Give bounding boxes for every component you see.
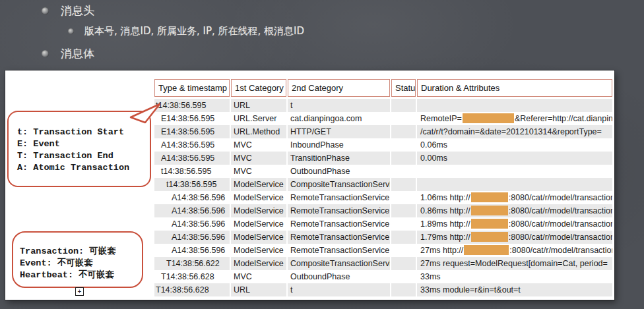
cell-status	[391, 191, 416, 204]
legend-line: Event: 不可嵌套	[20, 258, 142, 269]
redacted-value	[471, 192, 508, 202]
cell-status	[391, 231, 416, 244]
legend-line: E: Event	[17, 138, 150, 150]
legend-line: T: Transaction End	[17, 150, 150, 162]
duration-text: &Referer=http://cat.dianpingoa	[515, 114, 612, 123]
cell-status	[391, 165, 416, 178]
table-row: E14:38:56.595URL.MethodHTTP/GET/cat/r/t?…	[154, 125, 612, 138]
table-row: T14:38:56.628URLt33ms module=r&in=t&out=…	[154, 283, 612, 296]
cell-1st-category: ModelService	[231, 178, 286, 191]
cell-2nd-category: RemoteTransactionService	[288, 231, 390, 244]
table-row: t14:38:56.595ModelServiceCompositeTransa…	[154, 178, 612, 191]
cell-1st-category: MVC	[231, 152, 286, 165]
cell-2nd-category: t	[288, 99, 390, 112]
cell-type-timestamp: E14:38:56.595	[154, 112, 230, 125]
legend-line: A: Atomic Transaction	[17, 162, 150, 174]
cell-type-timestamp: T14:38:56.628	[154, 283, 230, 296]
cell-type-timestamp: A14:38:56.596	[154, 191, 230, 204]
table-row: t14:38:56.595MVCOutboundPhase	[154, 165, 612, 178]
duration-text: 0.06ms	[420, 140, 447, 150]
table-row: A14:38:56.595MVCTransitionPhase0.00ms	[154, 152, 612, 165]
cell-duration-attributes: 1.89ms http://:8080/cat/r/model/transact…	[417, 217, 612, 231]
table-row: A14:38:56.596ModelServiceRemoteTransacti…	[154, 191, 612, 204]
cell-2nd-category: TransitionPhase	[288, 152, 390, 165]
cell-1st-category: MVC	[231, 270, 286, 283]
bullet-icon	[68, 28, 74, 34]
cell-type-timestamp: A14:38:56.596	[154, 231, 230, 244]
cell-2nd-category: OutboundPhase	[288, 270, 390, 283]
duration-text: 33ms	[420, 272, 441, 281]
table-row: T14:38:56.622ModelServiceCompositeTransa…	[154, 257, 612, 270]
legend-line: t: Transaction Start	[17, 126, 150, 138]
cell-duration-attributes: 1.79ms http://:8080/cat/r/model/transact…	[417, 231, 612, 244]
duration-text: 1.79ms http://	[420, 233, 470, 242]
cell-status	[391, 270, 416, 283]
cell-1st-category: ModelService	[231, 244, 286, 257]
duration-text: 27ms request=ModelRequest[domain=Cat, pe…	[420, 259, 608, 268]
cell-2nd-category: OutboundPhase	[288, 165, 390, 178]
cell-duration-attributes	[417, 178, 612, 191]
cell-type-timestamp: A14:38:56.596	[154, 217, 230, 231]
duration-text: :8080/cat/r/model/transaction	[509, 246, 612, 255]
cell-status	[391, 217, 416, 231]
table-header-row: Type & timestamp 1st Category 2nd Catego…	[154, 79, 612, 97]
cell-2nd-category: HTTP/GET	[288, 125, 390, 138]
cell-2nd-category: InboundPhase	[288, 138, 390, 152]
cell-1st-category: MVC	[231, 165, 286, 178]
bullet-item-message-body: 消息体	[42, 46, 94, 61]
bullet-label: 版本号, 消息ID, 所属业务, IP, 所在线程, 根消息ID	[84, 25, 304, 38]
duration-text: 27ms http://	[420, 246, 463, 255]
resize-handle-icon[interactable]	[75, 287, 84, 296]
legend-line: Heartbeat: 不可嵌套	[20, 269, 142, 281]
cell-type-timestamp: t14:38:56.595	[154, 178, 230, 191]
cell-2nd-category: RemoteTransactionService	[288, 191, 390, 204]
cell-type-timestamp: T14:38:56.628	[154, 270, 230, 283]
cell-1st-category: URL.Method	[231, 125, 286, 138]
duration-text: 33ms module=r&in=t&out=t	[420, 285, 521, 295]
cell-duration-attributes: /cat/r/t?domain=&date=2012101314&reportT…	[417, 125, 612, 138]
bullet-label: 消息头	[61, 3, 94, 18]
duration-text: RemoteIP=	[420, 114, 462, 123]
cell-1st-category: URL	[231, 283, 286, 296]
cell-type-timestamp: A14:38:56.595	[154, 138, 230, 152]
callout-tail	[128, 100, 162, 124]
bullet-item-message-header: 消息头	[42, 3, 94, 18]
cell-duration-attributes: 0.00ms	[417, 152, 612, 165]
duration-text: 1.06ms http://	[420, 193, 470, 202]
cell-duration-attributes: 0.86ms http://:8080/cat/r/model/transact…	[417, 204, 612, 217]
column-header-status: Status	[391, 79, 416, 97]
cell-type-timestamp: t14:38:56.595	[154, 165, 230, 178]
cell-status	[391, 112, 416, 125]
column-header-type-timestamp: Type & timestamp	[154, 79, 230, 97]
cell-1st-category: MVC	[231, 138, 286, 152]
cell-status	[391, 152, 416, 165]
cell-status	[391, 178, 416, 191]
cell-type-timestamp: A14:38:56.596	[154, 204, 230, 217]
duration-text: 0.00ms	[420, 154, 447, 163]
legend-line: Transaction: 可嵌套	[20, 246, 142, 258]
cell-duration-attributes: RemoteIP=&Referer=http://cat.dianpingoa	[417, 112, 612, 125]
table-row: E14:38:56.595URL.Servercat.dianpingoa.co…	[154, 112, 612, 125]
cell-2nd-category: RemoteTransactionService	[288, 244, 390, 257]
cell-2nd-category: RemoteTransactionService	[288, 204, 390, 217]
cell-type-timestamp: t14:38:56.595	[154, 99, 230, 112]
redacted-value	[471, 206, 508, 215]
redacted-value	[464, 245, 509, 255]
cell-duration-attributes: 0.06ms	[417, 138, 612, 152]
cell-duration-attributes	[417, 165, 612, 178]
cell-1st-category: ModelService	[231, 257, 286, 270]
cell-status	[391, 257, 416, 270]
cell-status	[391, 99, 416, 112]
cell-type-timestamp: T14:38:56.622	[154, 257, 230, 270]
cell-1st-category: URL	[231, 99, 286, 112]
table-body: t14:38:56.595URLtE14:38:56.595URL.Server…	[154, 99, 612, 296]
cell-1st-category: URL.Server	[231, 112, 286, 125]
redacted-value	[463, 113, 514, 123]
duration-text: 0.86ms http://	[420, 206, 470, 215]
column-header-duration-attributes: Duration & Attributes	[417, 79, 612, 97]
cell-2nd-category: cat.dianpingoa.com	[288, 112, 390, 125]
table-row: t14:38:56.595URLt	[154, 99, 612, 112]
column-header-1st-category: 1st Category	[231, 79, 286, 97]
bullet-subitem-header-fields: 版本号, 消息ID, 所属业务, IP, 所在线程, 根消息ID	[68, 25, 304, 38]
cell-type-timestamp: A14:38:56.596	[154, 244, 230, 257]
